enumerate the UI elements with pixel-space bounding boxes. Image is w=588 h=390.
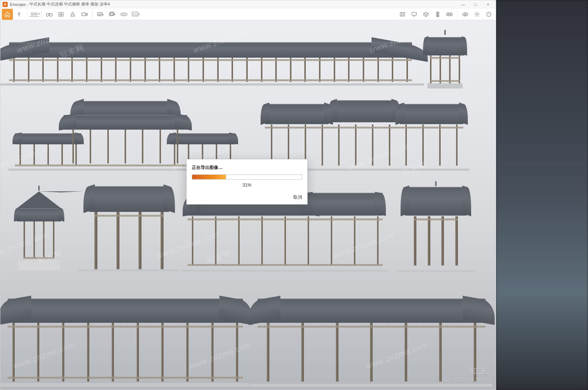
settings-button[interactable] [472, 9, 483, 20]
svg-text:360°: 360° [122, 13, 126, 15]
export-progress-dialog: 正在导出图像… 31% 取消 [186, 159, 308, 205]
gear-icon [474, 11, 480, 17]
progress-fill [192, 175, 226, 179]
vr-icon [446, 12, 453, 17]
titlebar-separator: - [26, 2, 29, 7]
pin-button[interactable] [14, 9, 25, 20]
dialog-title: 正在导出图像… [192, 165, 302, 171]
box-icon [423, 11, 429, 17]
svg-rect-12 [412, 12, 416, 15]
map-button[interactable] [397, 9, 408, 20]
model-corridor-left [8, 299, 243, 387]
bookmark-button[interactable] [432, 9, 443, 20]
svg-rect-4 [82, 13, 86, 16]
export-image-button[interactable] [95, 9, 106, 20]
help-icon: ? [486, 11, 492, 17]
svg-point-2 [50, 13, 53, 16]
svg-point-0 [18, 12, 20, 14]
close-button[interactable]: × [482, 0, 494, 8]
binoculars-icon [46, 12, 53, 17]
corner-brand-text: 知末 [444, 365, 488, 377]
minimize-button[interactable]: — [457, 0, 469, 8]
bim-dropdown[interactable]: BIM [29, 12, 39, 17]
svg-point-17 [476, 14, 478, 15]
visibility-button[interactable] [460, 9, 471, 20]
help-button[interactable]: ? [483, 9, 494, 20]
model-long-corridor [9, 42, 412, 86]
corner-watermark: 知末 ID: 1139743815 [444, 365, 488, 383]
perspective-button[interactable] [67, 9, 78, 20]
cancel-button[interactable]: 取消 [293, 195, 302, 200]
svg-point-15 [450, 14, 451, 15]
svg-point-1 [46, 13, 49, 16]
video-button[interactable] [79, 9, 90, 20]
vr-button[interactable] [444, 9, 455, 20]
svg-point-16 [465, 14, 466, 15]
svg-rect-5 [97, 12, 102, 15]
favorites-button[interactable] [55, 9, 67, 20]
pin-icon [16, 11, 22, 17]
model-square-pavilion-1 [423, 34, 467, 89]
panorama-icon: 360° [120, 11, 128, 17]
monitor-icon [411, 11, 417, 17]
maximize-button[interactable]: □ [469, 0, 482, 8]
model-hex-pavilion [11, 189, 67, 270]
export-exe-button[interactable]: EXE [130, 9, 141, 20]
binoculars-button[interactable] [44, 9, 55, 20]
model-hip-pavilion [399, 185, 473, 272]
model-hall-corridor [188, 196, 383, 272]
monitor-button[interactable] [409, 9, 420, 20]
app-window: e Enscape - 中式长廊 中式连廊 中式廊桥 廊亭 廊架 凉亭4 — □… [0, 0, 496, 390]
svg-point-14 [448, 14, 449, 15]
home-button[interactable] [2, 9, 13, 20]
home-icon [4, 11, 10, 17]
perspective-icon [70, 11, 76, 17]
progress-percent: 31% [192, 183, 302, 188]
favorites-icon [58, 11, 64, 17]
titlebar-document-name: 中式长廊 中式连廊 中式廊桥 廊亭 廊架 凉亭4 [29, 1, 110, 7]
svg-text:EXE: EXE [133, 13, 137, 15]
toolbar: BIM 360° EXE [0, 8, 496, 20]
box-button[interactable] [420, 9, 431, 20]
titlebar-app-name: Enscape [10, 2, 26, 7]
export-batch-icon [109, 11, 115, 17]
progress-bar [192, 174, 302, 180]
render-viewport[interactable]: www.znzmo.com www.znzmo.com www.znzmo.co… [0, 20, 496, 390]
model-gateway [81, 186, 177, 271]
corner-id-text: ID: 1139743815 [444, 377, 488, 383]
export-image-icon [97, 11, 104, 17]
map-icon [399, 11, 405, 17]
svg-text:?: ? [488, 12, 490, 16]
export-batch-button[interactable] [107, 9, 118, 20]
desktop-background [496, 0, 588, 390]
video-icon [81, 12, 88, 17]
titlebar: e Enscape - 中式长廊 中式连廊 中式廊桥 廊亭 廊架 凉亭4 — □… [0, 0, 496, 8]
eye-icon [462, 12, 469, 17]
panorama-360-button[interactable]: 360° [118, 9, 129, 20]
app-icon: e [3, 2, 8, 7]
bookmark-icon [435, 11, 441, 17]
exe-icon: EXE [132, 11, 140, 17]
